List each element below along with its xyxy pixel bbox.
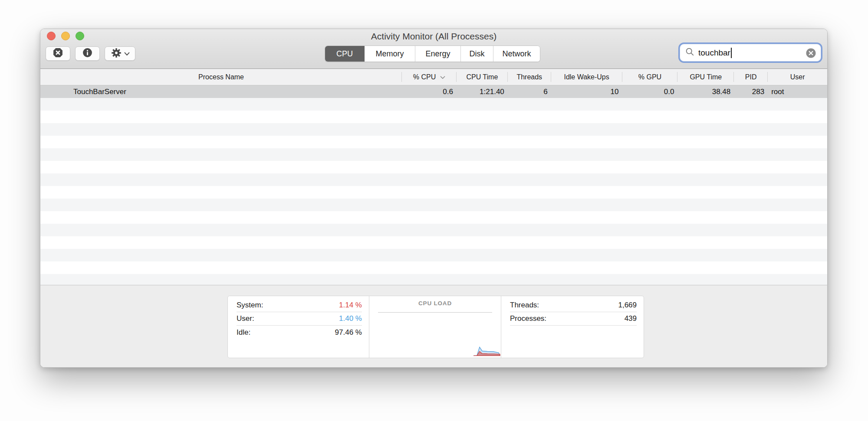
threads-cell: 6 — [508, 85, 551, 98]
force-quit-button[interactable] — [46, 46, 70, 61]
pid-cell: 283 — [734, 85, 768, 98]
column-label: % GPU — [638, 73, 661, 81]
column-header-cpu[interactable]: % CPU — [402, 69, 457, 85]
x-octagon-icon — [53, 47, 63, 60]
cpu-load-graph-section: CPU LOAD — [369, 296, 501, 358]
idle-value: 97.46 % — [335, 328, 362, 337]
info-icon — [82, 47, 93, 60]
text-cursor — [731, 48, 732, 58]
user-label: User: — [237, 314, 254, 323]
processes-label: Processes: — [510, 314, 546, 323]
system-label: System: — [237, 301, 263, 310]
column-label: % CPU — [413, 73, 436, 81]
threads-value: 1,669 — [618, 301, 637, 310]
column-header-user[interactable]: User — [768, 69, 827, 85]
user-value: 1.40 % — [339, 314, 362, 323]
cpu-time-cell: 1:21.40 — [457, 85, 508, 98]
column-header-pid[interactable]: PID — [734, 69, 768, 85]
idle-stat-row: Idle: 97.46 % — [237, 326, 362, 339]
column-label: PID — [745, 73, 757, 81]
system-value: 1.14 % — [339, 301, 362, 310]
column-label: Threads — [516, 73, 542, 81]
counts-section: Threads: 1,669 Processes: 439 — [501, 296, 644, 358]
idle-wake-ups-cell: 10 — [551, 85, 622, 98]
search-icon — [685, 47, 694, 58]
table-header: Process Name % CPU CPU Time Threads Idle… — [40, 69, 827, 85]
search-input[interactable]: touchbar — [680, 44, 821, 62]
table-stripes — [40, 98, 827, 285]
processes-value: 439 — [625, 314, 637, 323]
system-stat-row: System: 1.14 % — [237, 299, 362, 312]
cpu-load-sparkline — [473, 346, 500, 358]
column-header-cpu-time[interactable]: CPU Time — [457, 69, 508, 85]
tab-cpu[interactable]: CPU — [325, 46, 365, 62]
footer-panel: System: 1.14 % User: 1.40 % Idle: 97.46 … — [40, 285, 827, 368]
close-window-button[interactable] — [47, 32, 56, 40]
processes-stat-row: Processes: 439 — [510, 312, 637, 326]
cpu-load-title: CPU LOAD — [369, 300, 501, 307]
cpu-stats-box: System: 1.14 % User: 1.40 % Idle: 97.46 … — [227, 296, 644, 358]
tab-network[interactable]: Network — [493, 46, 540, 62]
actions-menu-button[interactable] — [105, 46, 135, 61]
window-chrome: Activity Monitor (All Processes) — [40, 29, 827, 69]
column-label: User — [790, 73, 805, 81]
gpu-cell: 0.0 — [622, 85, 678, 98]
column-header-process-name[interactable]: Process Name — [40, 69, 402, 85]
gear-icon — [111, 47, 122, 60]
user-cell: root — [768, 85, 827, 98]
tab-energy[interactable]: Energy — [415, 46, 461, 62]
column-label: GPU Time — [690, 73, 722, 81]
column-header-threads[interactable]: Threads — [508, 69, 551, 85]
zoom-window-button[interactable] — [76, 32, 84, 40]
threads-stat-row: Threads: 1,669 — [510, 299, 637, 312]
tab-memory[interactable]: Memory — [365, 46, 415, 62]
view-tabs: CPU Memory Energy Disk Network — [325, 46, 540, 62]
column-header-gpu-time[interactable]: GPU Time — [677, 69, 734, 85]
gpu-time-cell: 38.48 — [677, 85, 734, 98]
search-value: touchbar — [698, 48, 730, 58]
user-stat-row: User: 1.40 % — [237, 312, 362, 326]
threads-label: Threads: — [510, 301, 539, 310]
activity-monitor-window: Activity Monitor (All Processes) — [40, 29, 828, 368]
column-label: Process Name — [198, 73, 244, 81]
minimize-window-button[interactable] — [61, 32, 70, 40]
column-header-gpu[interactable]: % GPU — [622, 69, 678, 85]
graph-top-rule — [378, 312, 492, 313]
tab-disk[interactable]: Disk — [461, 46, 493, 62]
cpu-percentages-section: System: 1.14 % User: 1.40 % Idle: 97.46 … — [228, 296, 369, 358]
process-name-cell: TouchBarServer — [40, 85, 402, 98]
sort-chevron-icon — [440, 73, 445, 81]
column-label: CPU Time — [466, 73, 498, 81]
clear-search-button[interactable] — [806, 48, 816, 59]
chevron-down-icon — [124, 50, 130, 58]
cpu-cell: 0.6 — [402, 85, 457, 98]
column-header-idle-wake-ups[interactable]: Idle Wake-Ups — [551, 69, 622, 85]
idle-label: Idle: — [237, 328, 250, 337]
table-row[interactable]: TouchBarServer 0.6 1:21.40 6 10 0.0 38.4… — [40, 85, 827, 98]
window-title: Activity Monitor (All Processes) — [40, 31, 827, 42]
column-label: Idle Wake-Ups — [564, 73, 609, 81]
inspect-process-button[interactable] — [75, 46, 100, 61]
